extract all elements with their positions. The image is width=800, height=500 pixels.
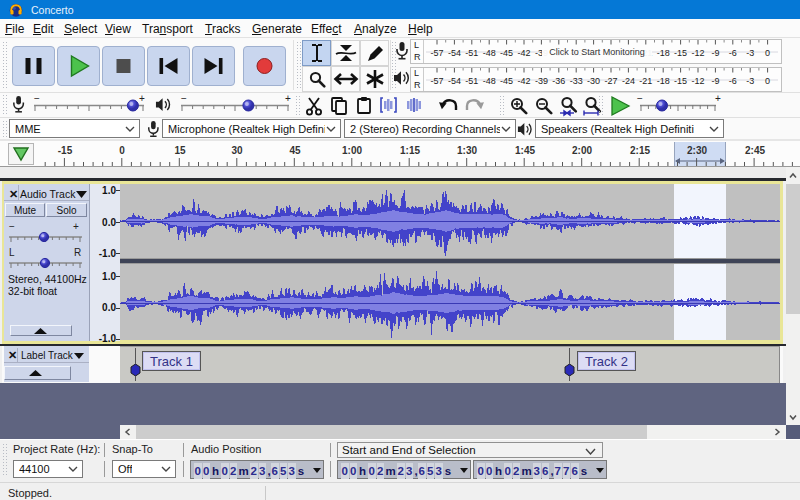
svg-text:+: + (73, 221, 79, 232)
svg-text:2:30: 2:30 (687, 145, 707, 156)
svg-text:R: R (74, 247, 81, 258)
svg-text:-42: -42 (517, 48, 530, 58)
svg-text:-54: -54 (448, 48, 461, 58)
svg-text:-18: -18 (657, 48, 670, 58)
svg-text:1:30: 1:30 (457, 145, 477, 156)
svg-text:1:15: 1:15 (400, 145, 420, 156)
svg-text:+: + (139, 94, 145, 104)
svg-text:-33: -33 (570, 76, 583, 86)
svg-text:-15: -15 (674, 76, 687, 86)
svg-text:+: + (715, 94, 721, 104)
svg-text:-9: -9 (711, 76, 719, 86)
svg-text:-48: -48 (483, 48, 496, 58)
svg-text:1:00: 1:00 (342, 145, 362, 156)
svg-text:-48: -48 (483, 76, 496, 86)
svg-text:2:00: 2:00 (572, 145, 592, 156)
svg-text:-57: -57 (430, 76, 443, 86)
svg-text:−: − (9, 221, 15, 232)
svg-text:-27: -27 (604, 76, 617, 86)
svg-text:-6: -6 (729, 48, 737, 58)
svg-text:-39: -39 (535, 76, 548, 86)
svg-text:−: − (34, 94, 40, 104)
svg-text:-3: -3 (746, 76, 754, 86)
svg-text:-57: -57 (430, 48, 443, 58)
svg-text:-51: -51 (465, 48, 478, 58)
svg-text:0: 0 (119, 145, 125, 156)
svg-text:1:45: 1:45 (515, 145, 535, 156)
svg-text:30: 30 (231, 145, 243, 156)
svg-text:0: 0 (765, 48, 770, 58)
svg-text:-9: -9 (711, 48, 719, 58)
svg-text:-30: -30 (587, 76, 600, 86)
svg-text:-18: -18 (657, 76, 670, 86)
svg-text:-45: -45 (500, 48, 513, 58)
svg-text:-6: -6 (729, 76, 737, 86)
svg-text:-36: -36 (552, 76, 565, 86)
svg-text:2:15: 2:15 (630, 145, 650, 156)
svg-text:−: − (637, 94, 643, 104)
svg-text:45: 45 (289, 145, 301, 156)
svg-text:-45: -45 (500, 76, 513, 86)
svg-text:-42: -42 (517, 76, 530, 86)
svg-text:15: 15 (174, 145, 186, 156)
svg-text:+: + (285, 94, 291, 104)
svg-text:-3: -3 (746, 48, 754, 58)
svg-text:2:45: 2:45 (745, 145, 765, 156)
svg-text:-24: -24 (622, 76, 635, 86)
svg-text:−: − (181, 94, 187, 104)
svg-text:0: 0 (765, 76, 770, 86)
svg-text:-12: -12 (691, 76, 704, 86)
svg-text:-21: -21 (639, 76, 652, 86)
svg-text:-54: -54 (448, 76, 461, 86)
svg-text:-51: -51 (465, 76, 478, 86)
svg-text:-15: -15 (674, 48, 687, 58)
svg-text:-15: -15 (58, 145, 73, 156)
svg-text:L: L (9, 247, 15, 258)
svg-text:-12: -12 (691, 48, 704, 58)
svg-text:Click to Start Monitoring: Click to Start Monitoring (549, 47, 645, 57)
